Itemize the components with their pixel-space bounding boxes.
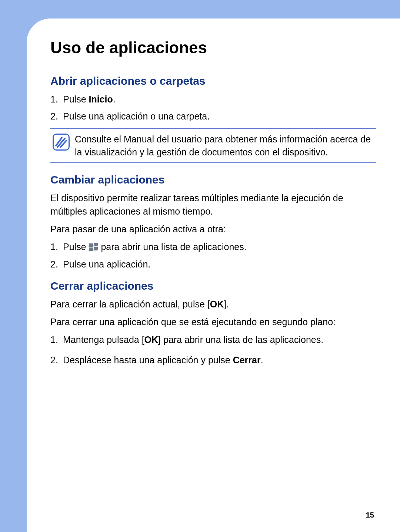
step-text-post: . [113,94,116,104]
step-text: Mantenga pulsada [ [63,334,144,345]
open-steps: 1. Pulse Inicio. 2. Pulse una aplicación… [50,92,376,123]
inline-bold: OK [144,334,159,345]
section-heading-switch: Cambiar aplicaciones [50,174,376,186]
close-steps: 1. Mantenga pulsada [OK] para abrir una … [50,333,376,367]
section-heading-close: Cerrar aplicaciones [50,280,376,292]
step-text-post: para abrir una lista de aplicaciones. [98,242,246,252]
text: ]. [224,299,229,309]
step-number: 1. [50,333,58,346]
list-item: 2. Pulse una aplicación. [50,257,376,271]
note-text: Consulte el Manual del usuario para obte… [75,133,374,159]
list-item: 1. Pulse para abrir una lista de aplicac… [50,240,376,253]
page-title: Uso de aplicaciones [50,38,376,57]
inline-bold: Cerrar [233,355,261,365]
step-text-post: . [261,355,263,365]
list-item: 1. Pulse Inicio. [50,92,376,106]
step-number: 2. [50,353,58,367]
list-item: 2. Desplácese hasta una aplicación y pul… [50,353,376,367]
inline-bold: OK [210,299,224,309]
step-number: 2. [50,110,58,123]
step-number: 1. [50,92,58,106]
step-text: Pulse [63,242,89,252]
windows-key-icon [89,243,98,251]
lead-text: Para pasar de una aplicación activa a ot… [50,222,376,236]
close-p2: Para cerrar una aplicación que se está e… [50,315,376,329]
step-text-post: ] para abrir una lista de las aplicacion… [158,334,323,345]
step-text: Desplácese hasta una aplicación y pulse [63,355,233,365]
inline-bold: Inicio [89,94,113,104]
note-icon [53,134,70,151]
intro-text: El dispositivo permite realizar tareas m… [50,191,376,218]
text: Para cerrar la aplicación actual, pulse … [50,299,210,309]
note-box: Consulte el Manual del usuario para obte… [50,128,376,163]
step-text: Pulse una aplicación. [63,259,150,269]
list-item: 1. Mantenga pulsada [OK] para abrir una … [50,333,376,346]
close-p1: Para cerrar la aplicación actual, pulse … [50,297,376,311]
list-item: 2. Pulse una aplicación o una carpeta. [50,110,376,123]
step-number: 2. [50,257,58,271]
step-text: Pulse una aplicación o una carpeta. [63,111,210,121]
page-number: 15 [366,511,374,519]
step-number: 1. [50,240,58,253]
switch-steps: 1. Pulse para abrir una lista de aplicac… [50,240,376,271]
document-page: Uso de aplicaciones Abrir aplicaciones o… [27,18,400,532]
step-text: Pulse [63,94,89,104]
section-heading-open: Abrir aplicaciones o carpetas [50,75,376,87]
